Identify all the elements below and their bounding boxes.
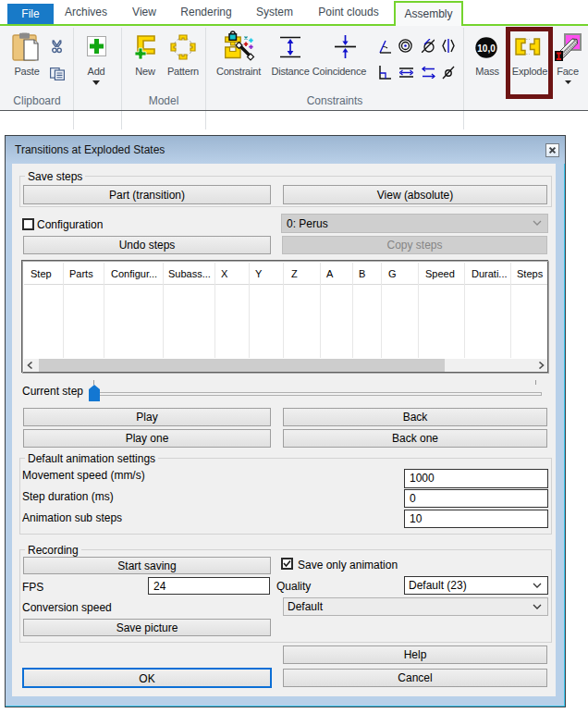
svg-text:10,0: 10,0	[477, 43, 496, 54]
